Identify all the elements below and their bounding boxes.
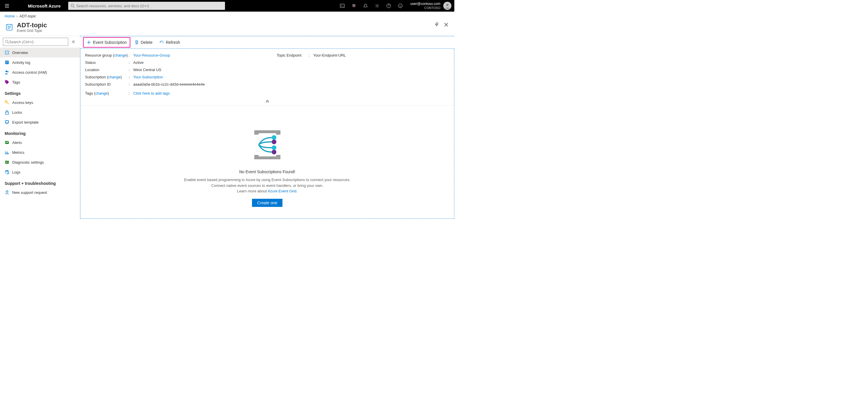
svg-point-2: [376, 5, 378, 6]
svg-point-24: [5, 170, 9, 171]
help-icon[interactable]: [383, 0, 395, 11]
resource-group-change-link[interactable]: change: [114, 53, 127, 58]
breadcrumb-home[interactable]: Home: [5, 14, 15, 18]
svg-rect-10: [5, 51, 9, 54]
subscription-id-value: aaaa0a0a-bb1b-cc2c-dd3d-eeeeee4e4e4e: [133, 82, 205, 87]
search-icon: [5, 40, 9, 44]
section-support: Support + troubleshooting: [0, 177, 80, 188]
cmd-label: Event Subscription: [93, 40, 127, 45]
svg-point-9: [5, 40, 8, 43]
resource-group-label: Resource group: [85, 53, 112, 58]
page-title: ADT-topic: [17, 22, 47, 29]
nav-overview[interactable]: Overview: [0, 47, 80, 58]
nav-export-template[interactable]: Export template: [0, 117, 80, 127]
tags-add-link[interactable]: Click here to add tags: [133, 91, 170, 95]
section-settings: Settings: [0, 87, 80, 97]
resource-group-value[interactable]: Your-Resource-Group: [133, 53, 170, 58]
diagnostic-settings-icon: [5, 160, 9, 164]
plus-icon: [87, 40, 91, 45]
empty-state-desc-3-prefix: Learn more about: [237, 189, 268, 193]
chevron-up-icon: [265, 100, 270, 103]
feedback-icon[interactable]: [395, 0, 406, 11]
activity-log-icon: [5, 60, 9, 65]
empty-state-desc-1: Enable event based programming in Azure …: [86, 177, 448, 183]
nav-access-keys[interactable]: Access keys: [0, 97, 80, 107]
tags-label: Tags: [85, 91, 93, 95]
svg-point-30: [272, 150, 276, 154]
metrics-icon: [5, 150, 9, 155]
avatar[interactable]: [443, 2, 452, 10]
nav-new-support-request[interactable]: New support request: [0, 188, 80, 197]
account-email: user@contoso.com: [410, 2, 440, 6]
event-grid-topic-icon: [5, 23, 14, 32]
svg-point-6: [401, 5, 402, 6]
nav-activity-log[interactable]: Activity log: [0, 58, 80, 67]
cloud-shell-icon[interactable]: [337, 0, 348, 11]
pin-icon[interactable]: [435, 22, 440, 28]
empty-state-title: No Event Subscriptions Found!: [86, 169, 448, 174]
global-search[interactable]: [68, 2, 225, 10]
azure-event-grid-link[interactable]: Azure Event Grid: [268, 189, 297, 193]
nav-label: Diagnostic settings: [12, 160, 44, 164]
section-monitoring: Monitoring: [0, 127, 80, 137]
svg-point-28: [272, 139, 276, 144]
refresh-icon: [159, 40, 164, 45]
alerts-icon: [5, 140, 9, 145]
global-search-input[interactable]: [76, 4, 223, 8]
collapse-essentials-button[interactable]: [81, 99, 454, 106]
collapse-sidebar-button[interactable]: [70, 38, 77, 45]
location-label: Location: [85, 68, 129, 72]
main-content: Event Subscription Delete Refresh Resour…: [80, 36, 454, 219]
breadcrumb: Home › ADT-topic: [0, 11, 454, 21]
nav-label: Export template: [12, 120, 39, 125]
nav-diagnostic-settings[interactable]: Diagnostic settings: [0, 157, 80, 167]
nav-label: New support request: [12, 190, 47, 195]
delete-button[interactable]: Delete: [131, 38, 155, 47]
svg-rect-16: [5, 112, 8, 114]
svg-point-26: [6, 191, 8, 192]
cmd-label: Refresh: [166, 40, 180, 45]
notifications-icon[interactable]: [360, 0, 371, 11]
create-one-button[interactable]: Create one: [252, 199, 282, 207]
nav-logs[interactable]: Logs: [0, 167, 80, 177]
subscription-change-link[interactable]: change: [108, 75, 121, 79]
tags-icon: [5, 80, 9, 85]
directories-icon[interactable]: [348, 0, 360, 11]
svg-point-13: [7, 71, 9, 72]
close-icon[interactable]: [444, 22, 450, 28]
event-subscription-button[interactable]: Event Subscription: [83, 37, 130, 47]
sidebar-search-input[interactable]: [9, 40, 66, 44]
chevron-right-icon: ›: [17, 14, 18, 18]
account-info[interactable]: user@contoso.com CONTOSO: [406, 2, 442, 10]
svg-point-25: [7, 172, 9, 174]
svg-rect-22: [8, 153, 9, 154]
nav-alerts[interactable]: Alerts: [0, 137, 80, 148]
nav-label: Access keys: [12, 100, 33, 105]
subscription-label: Subscription: [85, 75, 106, 79]
tags-change-link[interactable]: change: [95, 91, 108, 95]
svg-point-7: [446, 4, 448, 6]
nav-locks[interactable]: Locks: [0, 107, 80, 117]
delete-icon: [134, 40, 139, 45]
command-bar: Event Subscription Delete Refresh: [80, 36, 454, 49]
event-grid-illustration-icon: [246, 126, 289, 164]
settings-icon[interactable]: [371, 0, 383, 11]
svg-point-14: [5, 80, 6, 81]
nav-metrics[interactable]: Metrics: [0, 148, 80, 157]
cmd-label: Delete: [141, 40, 152, 45]
nav-access-control[interactable]: Access control (IAM): [0, 67, 80, 77]
subscription-value[interactable]: Your-Subscription: [133, 75, 163, 79]
nav-tags[interactable]: Tags: [0, 77, 80, 87]
svg-rect-20: [6, 152, 6, 154]
hamburger-menu[interactable]: [0, 0, 14, 11]
key-icon: [5, 100, 9, 105]
nav-label: Tags: [12, 80, 20, 85]
account-tenant: CONTOSO: [425, 6, 440, 10]
refresh-button[interactable]: Refresh: [156, 38, 183, 47]
svg-point-27: [272, 135, 276, 140]
location-value: West Central US: [133, 68, 161, 72]
search-icon: [70, 4, 74, 8]
sidebar-search[interactable]: [3, 38, 68, 46]
lock-icon: [5, 110, 9, 115]
nav-label: Activity log: [12, 60, 30, 65]
